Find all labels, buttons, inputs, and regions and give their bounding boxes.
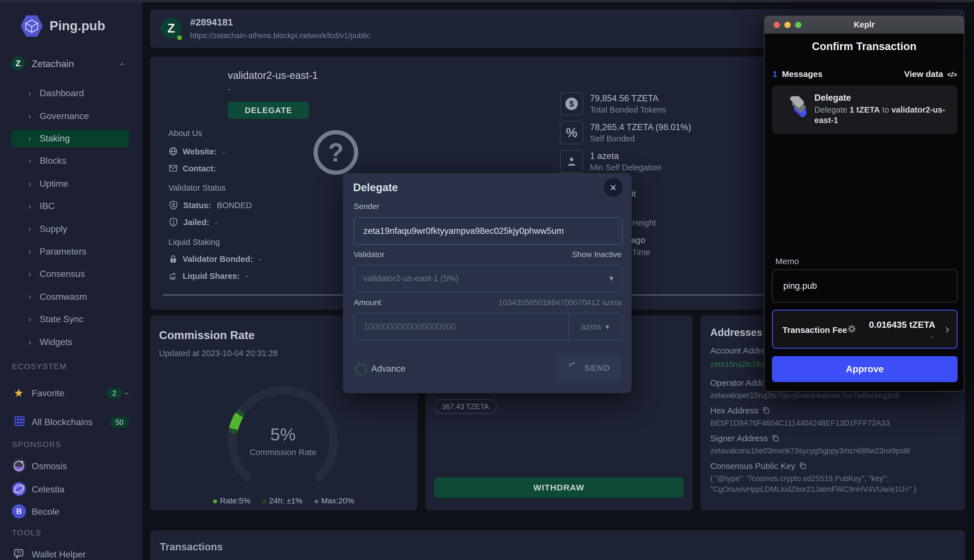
keplr-titlebar[interactable]: Keplr bbox=[765, 16, 964, 34]
keplr-window-title: Keplr bbox=[765, 20, 964, 29]
website-label: Website: bbox=[182, 147, 217, 156]
stat-value: 1 azeta bbox=[590, 151, 619, 161]
amount-input[interactable] bbox=[354, 313, 566, 340]
stat-fragment: it bbox=[632, 189, 636, 198]
commission-title: Commission Rate bbox=[159, 329, 255, 342]
sidebar-item-state-sync[interactable]: ›State Sync bbox=[0, 311, 142, 327]
sidebar-item-governance[interactable]: ›Governance bbox=[0, 108, 142, 124]
transaction-fee-box[interactable]: Transaction Fee 0.016435 tZETA - › bbox=[772, 310, 957, 349]
amount-label: Amount bbox=[354, 298, 381, 307]
send-label: SEND bbox=[584, 363, 610, 373]
sidebar-item-osmosis[interactable]: Osmosis bbox=[0, 458, 142, 475]
withdraw-button[interactable]: WITHDRAW bbox=[434, 477, 683, 498]
jailed-value: - bbox=[215, 218, 218, 227]
sidebar-chain-zetachain[interactable]: Z Zetachain › bbox=[0, 56, 142, 74]
consensus-pubkey-line2: "CgOnuvivHppLDMLkidZbor21JatmFWC9nHV4VUw… bbox=[710, 485, 916, 494]
chevron-right-icon: › bbox=[28, 247, 31, 256]
sidebar-item-celestia[interactable]: Celestia bbox=[0, 482, 142, 498]
status-row: Status: BONDED bbox=[169, 200, 252, 212]
sidebar-item-widgets[interactable]: ›Widgets bbox=[0, 334, 142, 350]
chevron-right-icon: › bbox=[28, 156, 31, 165]
status-label: Status: bbox=[183, 201, 211, 210]
legend-dot-max bbox=[314, 500, 318, 503]
advance-checkbox[interactable]: Advance bbox=[356, 363, 440, 376]
delegate-button[interactable]: DELEGATE bbox=[228, 102, 309, 119]
chevron-right-icon: › bbox=[28, 337, 31, 347]
sender-field[interactable]: zeta19nfaqu9wr0fktyyampva98ec025kjy0phww… bbox=[354, 217, 623, 245]
screen: Ping.pub Z Zetachain › ›Dashboard ›Gover… bbox=[0, 0, 974, 560]
stat-label: Total Bonded Tokens bbox=[590, 105, 666, 115]
checkbox-circle bbox=[356, 364, 367, 375]
waves-arrow-icon bbox=[169, 272, 178, 282]
celestia-icon bbox=[12, 482, 26, 497]
sidebar-item-becole[interactable]: B Becole bbox=[0, 504, 142, 521]
favorite-count-badge: 2 bbox=[106, 388, 122, 398]
memo-field[interactable]: ping.pub bbox=[772, 270, 957, 302]
about-title: About Us bbox=[169, 129, 202, 138]
sidebar-item-uptime[interactable]: ›Uptime bbox=[0, 175, 142, 192]
caret-down-icon: ▾ bbox=[606, 322, 609, 331]
sidebar-item-all-blockchains[interactable]: All Blockchains 50 bbox=[0, 413, 142, 432]
copy-icon[interactable] bbox=[799, 462, 807, 472]
show-inactive-toggle[interactable]: Show Inactive bbox=[572, 250, 621, 259]
gauge-center-label: Commission Rate bbox=[224, 447, 342, 457]
shield-person-icon bbox=[169, 200, 179, 212]
gear-icon[interactable] bbox=[847, 324, 857, 335]
sponsors-section-label: SPONSORS bbox=[12, 440, 62, 449]
sidebar-item-parameters[interactable]: ›Parameters bbox=[0, 243, 142, 260]
transactions-title: Transactions bbox=[160, 541, 223, 553]
online-dot bbox=[177, 35, 182, 40]
modal-title: Delegate bbox=[353, 182, 398, 194]
percent-stat-icon: % bbox=[560, 121, 583, 144]
delegate-modal: Delegate × Sender zeta19nfaqu9wr0fktyyam… bbox=[343, 173, 632, 393]
validator-select[interactable]: validator2-us-east-1 (5%) ▾ bbox=[354, 265, 623, 292]
copy-icon[interactable] bbox=[762, 406, 770, 417]
brand-logo[interactable]: Ping.pub bbox=[20, 14, 139, 38]
sidebar-item-consensus[interactable]: ›Consensus bbox=[0, 265, 142, 282]
pingpub-logo-icon bbox=[20, 14, 43, 39]
copy-icon[interactable] bbox=[771, 434, 780, 444]
keplr-window: Keplr Confirm Transaction 1 Messages Vie… bbox=[764, 15, 964, 392]
favorite-label: Favorite bbox=[32, 388, 65, 398]
send-button[interactable]: SEND bbox=[557, 355, 622, 381]
tools-section-label: TOOLS bbox=[12, 528, 41, 537]
denom-select[interactable]: azeta ▾ bbox=[569, 313, 621, 340]
sidebar-item-blocks[interactable]: ›Blocks bbox=[0, 152, 142, 169]
chevron-right-icon: › bbox=[28, 292, 31, 302]
sidebar-item-wallet-helper[interactable]: ?! Wallet Helper bbox=[0, 547, 142, 560]
sender-label: Sender bbox=[354, 202, 379, 211]
hex-address-label: Hex Address bbox=[710, 406, 770, 417]
consensus-pubkey-line1: { "@type": "/cosmos.crypto.ed25519.PubKe… bbox=[710, 474, 888, 483]
close-button[interactable]: × bbox=[604, 178, 623, 197]
sidebar-item-staking[interactable]: ›Staking bbox=[0, 130, 142, 147]
denom-value: azeta bbox=[581, 322, 601, 332]
memo-value: ping.pub bbox=[783, 281, 817, 291]
legend-item: Rate:5% bbox=[213, 497, 250, 505]
gauge-center-value: 5% bbox=[224, 424, 342, 444]
stat-value: 78,265.4 TZETA (98.01%) bbox=[590, 122, 691, 132]
star-icon: ★ bbox=[13, 386, 24, 399]
sidebar-item-ibc[interactable]: ›IBC bbox=[0, 198, 142, 214]
status-value: BONDED bbox=[217, 201, 252, 210]
sidebar-item-dashboard[interactable]: ›Dashboard bbox=[0, 85, 142, 101]
validator-bonded-label: Validator Bonded: bbox=[182, 255, 253, 263]
sidebar-item-label: State Sync bbox=[40, 314, 84, 324]
sidebar-item-supply[interactable]: ›Supply bbox=[0, 221, 142, 237]
messages-row: 1 Messages View data </> bbox=[772, 69, 957, 82]
commission-legend: Rate:5% 24h: ±1% Max:20% bbox=[150, 497, 418, 505]
sidebar-item-favorite[interactable]: ★ Favorite 2 › bbox=[0, 385, 142, 403]
sidebar-item-cosmwasm[interactable]: ›Cosmwasm bbox=[0, 288, 142, 305]
addresses-title: Addresses bbox=[710, 327, 762, 338]
liquid-shares-row: Liquid Shares: - bbox=[169, 272, 248, 282]
sidebar-item-label: Parameters bbox=[40, 246, 86, 257]
signer-address-value: zetavalcons1he03mxnk73sycyg5gppy3mcn68ll… bbox=[710, 447, 910, 455]
amount-group: azeta ▾ bbox=[354, 313, 623, 340]
wallet-helper-icon: ?! bbox=[13, 548, 25, 560]
sidebar-item-label: Cosmwasm bbox=[40, 292, 87, 302]
messages-label: Messages bbox=[782, 69, 822, 78]
operator-address-value: zetavaloper15ruj2tc76pnj9xtw64utktee7cc7… bbox=[710, 391, 899, 400]
approve-button[interactable]: Approve bbox=[772, 356, 957, 382]
legend-item: 24h: ±1% bbox=[262, 497, 302, 505]
view-data-link[interactable]: View data </> bbox=[904, 69, 957, 79]
contact-row: Contact: bbox=[169, 163, 221, 175]
